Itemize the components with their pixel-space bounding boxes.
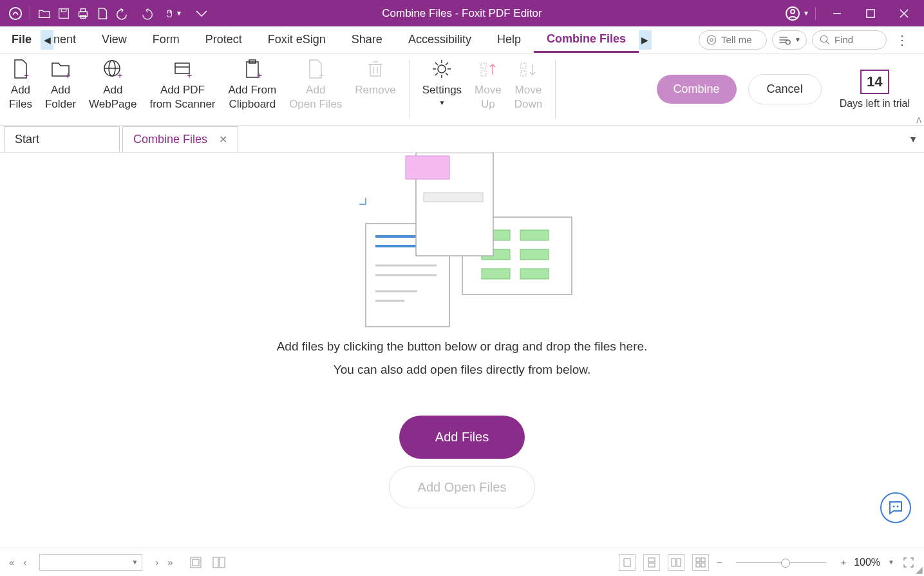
- view-continuous-facing-icon[interactable]: [692, 554, 709, 571]
- resize-grip-icon[interactable]: ◢: [916, 564, 923, 575]
- zoom-dropdown-icon[interactable]: ▼: [888, 559, 894, 566]
- dropdown-more-icon[interactable]: [193, 5, 211, 23]
- menu-protect[interactable]: Protect: [193, 26, 255, 53]
- main-content: Add files by clicking the button below o…: [0, 153, 924, 536]
- globe-plus-icon: +: [102, 57, 124, 81]
- zoom-in-icon[interactable]: +: [840, 557, 846, 568]
- ribbon-add-clipboard[interactable]: + Add From Clipboard: [222, 57, 283, 111]
- ribbon-add-scanner[interactable]: + Add PDF from Scanner: [143, 57, 222, 111]
- menu-form[interactable]: Form: [140, 26, 193, 53]
- prev-page-icon[interactable]: ‹: [23, 557, 26, 568]
- zoom-out-icon[interactable]: −: [717, 557, 722, 568]
- menu-help[interactable]: Help: [484, 26, 534, 53]
- chat-help-icon[interactable]: [880, 492, 911, 523]
- svg-text:+: +: [257, 70, 262, 80]
- svg-rect-51: [521, 71, 526, 76]
- trial-indicator[interactable]: 14 Days left in trial: [833, 70, 916, 110]
- svg-rect-68: [424, 193, 483, 202]
- next-page-icon[interactable]: ›: [155, 557, 158, 568]
- collapse-ribbon-icon[interactable]: ᐱ: [916, 116, 921, 125]
- undo-icon[interactable]: [113, 5, 131, 23]
- tellme-search[interactable]: [699, 30, 767, 50]
- add-open-files-button: Add Open Files: [389, 466, 536, 508]
- close-tab-icon[interactable]: ✕: [219, 133, 227, 146]
- svg-rect-54: [520, 230, 549, 240]
- layout-icon-1[interactable]: [189, 555, 203, 570]
- svg-line-20: [826, 41, 829, 44]
- svg-rect-80: [696, 558, 700, 562]
- view-facing-icon[interactable]: [668, 554, 684, 571]
- first-page-icon[interactable]: «: [9, 557, 14, 568]
- scroll-tabs-left[interactable]: ◀: [41, 30, 53, 50]
- scroll-tabs-right[interactable]: ▶: [639, 30, 652, 50]
- print-icon[interactable]: [74, 5, 92, 23]
- view-single-icon[interactable]: [619, 554, 636, 571]
- svg-line-45: [446, 73, 448, 75]
- menu-accessibility[interactable]: Accessibility: [395, 26, 484, 53]
- menu-foxit-esign[interactable]: Foxit eSign: [255, 26, 339, 53]
- menu-partial[interactable]: nent: [53, 26, 89, 53]
- account-icon[interactable]: ▼: [784, 5, 810, 23]
- move-up-icon: [477, 57, 499, 81]
- redo-icon[interactable]: [138, 5, 156, 23]
- titlebar: + ▼ Combine Files - Foxit PDF Editor ▼: [0, 0, 924, 26]
- svg-text:+: +: [24, 70, 29, 80]
- layout-icon-2[interactable]: [212, 555, 226, 570]
- find-input[interactable]: [834, 34, 880, 45]
- ribbon-settings[interactable]: Settings ▼: [416, 57, 468, 107]
- save-icon[interactable]: [55, 5, 73, 23]
- svg-text:+: +: [187, 70, 192, 80]
- search-options[interactable]: ▼: [772, 30, 807, 50]
- svg-rect-79: [677, 559, 681, 566]
- svg-rect-81: [701, 558, 705, 562]
- open-icon[interactable]: [35, 5, 53, 23]
- svg-line-46: [446, 62, 448, 65]
- minimize-button[interactable]: [821, 1, 853, 26]
- add-files-button[interactable]: Add Files: [399, 416, 525, 459]
- svg-rect-76: [648, 558, 655, 562]
- svg-point-8: [791, 10, 795, 14]
- cancel-button[interactable]: Cancel: [748, 74, 822, 104]
- svg-text:+: +: [65, 70, 70, 80]
- last-page-icon[interactable]: »: [167, 557, 173, 568]
- svg-point-18: [786, 40, 791, 44]
- instruction-text-2: You can also add open files directly fro…: [334, 363, 591, 377]
- move-down-icon: [517, 57, 539, 81]
- file-plus-icon: +: [10, 57, 32, 81]
- view-continuous-icon[interactable]: [643, 554, 660, 571]
- menu-share[interactable]: Share: [339, 26, 395, 53]
- new-doc-icon[interactable]: +: [93, 5, 111, 23]
- maximize-button[interactable]: [854, 1, 887, 26]
- tellme-input[interactable]: [721, 34, 760, 45]
- combine-button[interactable]: Combine: [657, 75, 737, 104]
- close-button[interactable]: [888, 1, 920, 26]
- svg-rect-49: [481, 71, 486, 76]
- ribbon-add-webpage[interactable]: + Add WebPage: [82, 57, 143, 111]
- instruction-text-1: Add files by clicking the button below o…: [277, 340, 648, 354]
- tab-combine-files[interactable]: Combine Files ✕: [122, 126, 238, 152]
- svg-rect-34: [370, 64, 381, 76]
- menu-combine-files[interactable]: Combine Files: [534, 26, 639, 53]
- menu-view[interactable]: View: [89, 26, 140, 53]
- svg-rect-10: [867, 10, 874, 17]
- zoom-slider[interactable]: [736, 562, 826, 563]
- svg-rect-50: [521, 63, 526, 68]
- menu-more-icon[interactable]: ⋮: [892, 32, 912, 48]
- svg-rect-82: [696, 563, 700, 567]
- ribbon-add-folder[interactable]: + Add Folder: [39, 57, 82, 111]
- tabstrip-menu-icon[interactable]: ▼: [909, 134, 918, 144]
- svg-point-0: [10, 7, 21, 19]
- hand-tool-icon[interactable]: ▼: [164, 5, 182, 23]
- svg-point-19: [820, 35, 827, 43]
- svg-rect-57: [482, 269, 510, 279]
- menu-file[interactable]: File: [5, 26, 41, 53]
- fullscreen-icon[interactable]: [902, 556, 915, 569]
- svg-point-70: [897, 506, 899, 508]
- ribbon-move-up: Move Up: [468, 57, 508, 111]
- ribbon-add-files[interactable]: + Add Files: [3, 57, 39, 111]
- app-logo-icon[interactable]: [6, 5, 24, 23]
- statusbar: « ‹ ▼ › » − + 100% ▼ ◢: [0, 548, 924, 576]
- page-selector[interactable]: ▼: [39, 554, 142, 571]
- find-search[interactable]: [812, 30, 887, 50]
- tab-start[interactable]: Start: [4, 126, 120, 152]
